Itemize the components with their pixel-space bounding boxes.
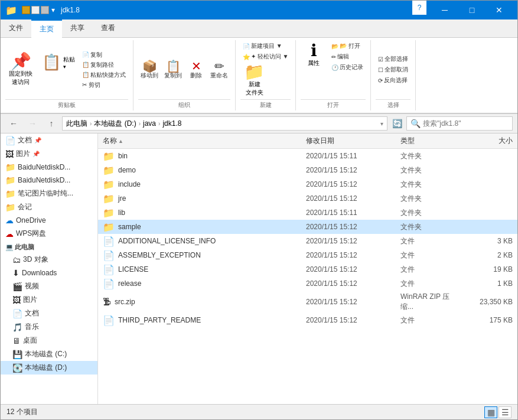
col-header-type[interactable]: 类型 [400, 136, 460, 146]
search-input[interactable] [423, 119, 512, 128]
address-path[interactable]: 此电脑 › 本地磁盘 (D:) › java › jdk1.8 ▾ [62, 116, 387, 131]
table-row[interactable]: 📁 sample 2020/1/15 15:12 文件夹 [98, 220, 517, 234]
open-buttons: ℹ 属性 📂 📂 打开 ✏ 编辑 🕐 [301, 41, 366, 98]
sidebar-item-videos[interactable]: 🎬 视频 [1, 279, 97, 293]
sidebar-item-pictures[interactable]: 🖼 图片 📌 [1, 147, 97, 161]
back-button[interactable]: ← [5, 116, 22, 131]
ribbon-content: 📌 固定到快速访问 📋 粘贴 ▾ [1, 38, 517, 113]
table-row[interactable]: 📄 ADDITIONAL_LICENSE_INFO 2020/1/15 15:1… [98, 234, 517, 248]
open-right-btns: 📂 📂 打开 ✏ 编辑 🕐 历史记录 [329, 41, 366, 72]
table-row[interactable]: 🗜 src.zip 2020/1/15 15:12 WinRAR ZIP 压缩.… [98, 291, 517, 313]
up-button[interactable]: ↑ [43, 116, 60, 131]
table-row[interactable]: 📁 include 2020/1/15 15:12 文件夹 [98, 177, 517, 191]
grid-view-icon: ▦ [487, 408, 495, 417]
videos-icon: 🎬 [12, 282, 22, 291]
tab-share[interactable]: 共享 [62, 19, 93, 37]
sidebar-item-disk-c[interactable]: 💾 本地磁盘 (C:) [1, 347, 97, 361]
downloads-icon: ⬇ [12, 268, 19, 278]
sidebar-item-downloads[interactable]: ⬇ Downloads [1, 266, 97, 279]
thispc-section-icon: 💻 [5, 243, 14, 251]
sidebar-item-3d[interactable]: 🗂 3D 对象 [1, 253, 97, 266]
sidebar-item-baidu2[interactable]: 📁 BaiduNetdiskD... [1, 174, 97, 187]
copy-to-btn[interactable]: 📋 复制到 [162, 59, 184, 80]
path-dropdown-arrow[interactable]: ▾ [380, 121, 383, 127]
title-dropdown-arrow[interactable]: ▾ [50, 6, 56, 14]
sidebar-item-label: BaiduNetdiskD... [18, 176, 70, 184]
sidebar-item-desktop[interactable]: 🖥 桌面 [1, 334, 97, 347]
list-view-btn[interactable]: ☰ [499, 406, 512, 418]
file-type: 文件 [400, 236, 460, 246]
forward-button[interactable]: → [24, 116, 41, 131]
select-all-btn[interactable]: ☑ 全部选择 [376, 54, 411, 64]
new-buttons: 📄 新建项目 ▼ ⭐ ✦ 轻松访问 ▼ 📁 新建文件夹 [240, 41, 291, 98]
col-header-date[interactable]: 修改日期 [306, 136, 400, 146]
table-row[interactable]: 📁 bin 2020/1/15 15:11 文件夹 [98, 149, 517, 163]
path-segment-2[interactable]: 本地磁盘 (D:) [94, 119, 136, 129]
table-row[interactable]: 📁 demo 2020/1/15 15:12 文件夹 [98, 163, 517, 177]
invert-select-btn[interactable]: ⟳ 反向选择 [376, 76, 410, 85]
rename-btn[interactable]: ✏ 重命名 [208, 59, 230, 80]
tab-file[interactable]: 文件 [1, 19, 31, 37]
table-row[interactable]: 📁 jre 2020/1/15 15:12 文件夹 [98, 191, 517, 206]
path-sep-2: › [139, 121, 141, 127]
path-segment-3[interactable]: java [143, 119, 156, 128]
easy-access-btn[interactable]: ⭐ ✦ 轻松访问 ▼ [240, 52, 291, 61]
minimize-button[interactable]: ─ [431, 1, 458, 19]
sidebar-item-disk-d[interactable]: 💽 本地磁盘 (D:) [1, 361, 97, 375]
file-type: 文件夹 [400, 180, 460, 190]
file-size: 1 KB [460, 279, 513, 288]
table-row[interactable]: 📄 THIRD_PARTY_README 2020/1/15 15:12 文件 … [98, 313, 517, 327]
new-item-btn[interactable]: 📄 新建项目 ▼ [240, 41, 285, 51]
tab-view[interactable]: 查看 [93, 19, 123, 37]
tab-home[interactable]: 主页 [31, 19, 62, 38]
help-button[interactable]: ? [412, 1, 426, 15]
file-date: 2020/1/15 15:12 [306, 237, 400, 245]
onedrive-icon: ☁ [5, 216, 14, 225]
sidebar-item-baidu1[interactable]: 📁 BaiduNetdiskD... [1, 161, 97, 174]
table-row[interactable]: 📄 release 2020/1/15 15:12 文件 1 KB [98, 276, 517, 291]
table-row[interactable]: 📁 lib 2020/1/15 15:11 文件夹 [98, 206, 517, 220]
path-segment-4[interactable]: jdk1.8 [162, 119, 181, 128]
maximize-button[interactable]: □ [458, 1, 486, 19]
move-to-btn[interactable]: 📦 移动到 [138, 59, 161, 80]
title-controls: ? ─ □ ✕ [412, 1, 513, 19]
cut-btn[interactable]: ✂ 剪切 [80, 80, 128, 90]
path-segment-1[interactable]: 此电脑 [66, 119, 87, 129]
file-type: 文件 [400, 265, 460, 275]
sidebar-item-images[interactable]: 🖼 图片 [1, 293, 97, 307]
sidebar-item-huiji[interactable]: 📁 会记 [1, 200, 97, 214]
delete-btn[interactable]: ✕ 删除 [185, 59, 207, 80]
paste-btn[interactable]: 📋 粘贴 ▾ [38, 52, 79, 73]
sidebar-item-documents[interactable]: 📄 文档 📌 [1, 134, 97, 147]
edit-btn[interactable]: ✏ 编辑 [329, 52, 366, 61]
col-header-name[interactable]: 名称 ▲ [103, 136, 306, 146]
open-btn[interactable]: 📂 📂 打开 [329, 41, 366, 51]
sidebar-item-onedrive[interactable]: ☁ OneDrive [1, 214, 97, 227]
paste-shortcut-btn[interactable]: 📋 粘贴快捷方式 [80, 70, 128, 80]
copy-btn[interactable]: 📄 复制 [80, 50, 128, 60]
file-date: 2020/1/15 15:12 [306, 251, 400, 259]
select-none-icon: ☐ [378, 67, 383, 73]
pin-quick-access-btn[interactable]: 📌 固定到快速访问 [5, 52, 36, 87]
table-row[interactable]: 📄 ASSEMBLY_EXCEPTION 2020/1/15 15:12 文件 … [98, 248, 517, 262]
refresh-button[interactable]: 🔄 [390, 116, 404, 131]
sidebar-item-docs[interactable]: 📄 文档 [1, 307, 97, 320]
baidu1-icon: 📁 [5, 162, 15, 172]
window-title: jdk1.8 [61, 6, 80, 14]
grid-view-btn[interactable]: ▦ [484, 406, 497, 418]
new-folder-btn[interactable]: 📁 新建文件夹 [240, 63, 268, 98]
notes-icon: 📁 [5, 189, 15, 198]
sidebar-item-notes[interactable]: 📁 笔记图片临时纯... [1, 187, 97, 200]
sidebar-item-music[interactable]: 🎵 音乐 [1, 320, 97, 334]
col-header-size[interactable]: 大小 [460, 136, 513, 146]
properties-btn[interactable]: ℹ 属性 [301, 41, 327, 69]
close-button[interactable]: ✕ [486, 1, 513, 19]
file-date: 2020/1/15 15:11 [306, 209, 400, 217]
sidebar-item-wps[interactable]: ☁ WPS网盘 [1, 227, 97, 240]
select-none-btn[interactable]: ☐ 全部取消 [376, 65, 411, 74]
file-name: src.zip [115, 298, 306, 306]
table-row[interactable]: 📄 LICENSE 2020/1/15 15:12 文件 19 KB [98, 262, 517, 276]
history-btn[interactable]: 🕐 历史记录 [329, 63, 366, 72]
sidebar-item-label: 文档 [18, 135, 32, 145]
copy-path-btn[interactable]: 📋 复制路径 [80, 60, 128, 70]
